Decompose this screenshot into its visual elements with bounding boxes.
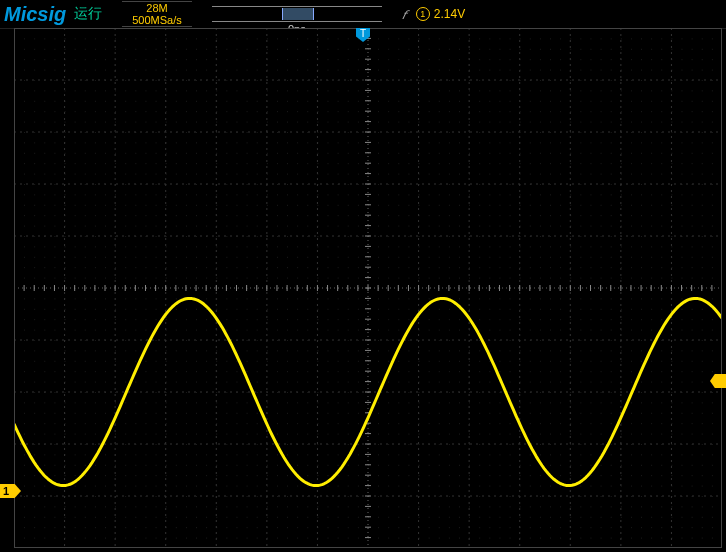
run-status[interactable]: 运行 [74, 5, 102, 23]
waveform-display[interactable] [14, 28, 722, 548]
sample-rate: 500MSa/s [132, 14, 182, 26]
trigger-time-marker[interactable]: T [356, 28, 370, 42]
brand-logo: Micsig [4, 3, 66, 26]
trigger-level-value: 2.14V [434, 7, 465, 21]
trigger-level-readout[interactable]: 1 2.14V [416, 7, 465, 21]
memory-depth: 28M [146, 2, 167, 14]
memory-window-indicator [282, 8, 314, 20]
memory-position-bar[interactable]: 0ps [212, 6, 382, 22]
top-toolbar: Micsig 运行 28M 500MSa/s 0ps 𝘧 1 2.14V [0, 0, 726, 29]
trigger-channel-badge: 1 [416, 7, 430, 21]
trigger-edge-icon[interactable]: 𝘧 [402, 6, 406, 23]
acquisition-info[interactable]: 28M 500MSa/s [122, 1, 192, 27]
scope-svg [14, 28, 722, 548]
